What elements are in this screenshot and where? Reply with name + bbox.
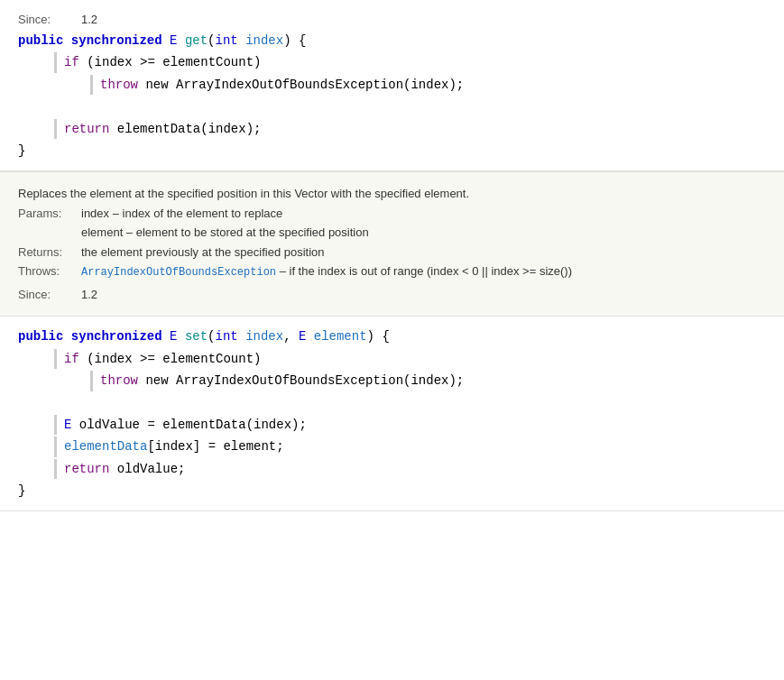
- indent-bar-b4: [54, 436, 57, 456]
- code-line-close-2: }: [0, 480, 784, 501]
- top-code-section: Since: 1.2 public synchronized E get(int…: [0, 0, 784, 171]
- indent-bar-1: [54, 52, 57, 72]
- set-close: ) {: [367, 326, 390, 346]
- kw-int-1: int: [216, 31, 238, 51]
- returns-label: Returns:: [18, 244, 81, 262]
- indent-bar-3: [54, 119, 57, 139]
- if-body-1: (index >= elementCount): [79, 52, 262, 72]
- param1-value: index – index of the element to replace: [81, 205, 766, 223]
- kw-if-1: if: [64, 52, 79, 72]
- space-1: [63, 31, 70, 51]
- throws-exception: ArrayIndexOutOfBoundsException: [81, 266, 276, 279]
- return-body-1: elementData(index);: [109, 119, 261, 139]
- code-line-if-2: if (index >= elementCount): [0, 348, 784, 370]
- since-line-doc: Since: 1.2: [18, 284, 766, 305]
- param-index-1: index: [245, 31, 283, 51]
- code-line-throw-2: throw new ArrayIndexOutOfBoundsException…: [0, 370, 784, 391]
- type-E-1: E: [170, 31, 177, 51]
- type-E-3: E: [299, 326, 306, 346]
- space-4: [238, 31, 245, 51]
- code-line-oldval: E oldValue = elementData(index);: [0, 414, 784, 436]
- return-body-2: oldValue;: [109, 459, 185, 479]
- doc-param2-row: element – element to be stored at the sp…: [18, 224, 766, 242]
- since-label-doc: Since:: [18, 288, 81, 301]
- blank-line-2: [0, 392, 784, 414]
- page-container: Since: 1.2 public synchronized E get(int…: [0, 0, 784, 511]
- doc-params-row: Params: index – index of the element to …: [18, 205, 766, 223]
- kw-public-1: public: [18, 31, 63, 51]
- doc-throws-row: Throws: ArrayIndexOutOfBoundsException –…: [18, 262, 766, 280]
- code-line-throw-1: throw new ArrayIndexOutOfBoundsException…: [0, 74, 784, 96]
- elementdata-body: [index] = element;: [147, 436, 283, 456]
- indent-bar-b1: [54, 349, 57, 369]
- space-b3: [177, 326, 184, 346]
- throw-body-1: new ArrayIndexOutOfBoundsException(index…: [138, 75, 464, 95]
- throws-content: ArrayIndexOutOfBoundsException – if the …: [81, 262, 766, 280]
- space-b2: [162, 326, 170, 346]
- kw-throw-2: throw: [100, 371, 138, 391]
- space-3: [177, 31, 184, 51]
- space-b5: [306, 326, 313, 346]
- code-line-close-1: }: [0, 140, 784, 161]
- doc-description: Replaces the element at the specified po…: [18, 185, 766, 203]
- brace-close-2: }: [18, 481, 25, 501]
- code-line-get-signature: public synchronized E get(int index) {: [0, 30, 784, 51]
- kw-throw-1: throw: [100, 75, 138, 95]
- blank-line-1: [0, 96, 784, 117]
- kw-public-2: public: [18, 326, 63, 346]
- kw-return-2: return: [64, 459, 109, 479]
- code-line-elementdata: elementData[index] = element;: [0, 436, 784, 457]
- since-line-top: Since: 1.2: [0, 9, 784, 30]
- kw-synchronized-1: synchronized: [71, 31, 162, 51]
- type-E-2: E: [170, 326, 177, 346]
- param2-value: element – element to be stored at the sp…: [81, 224, 369, 242]
- code-line-return-1: return elementData(index);: [0, 118, 784, 140]
- since-label-top: Since:: [18, 13, 81, 26]
- oldval-body: oldValue = elementData(index);: [71, 415, 306, 435]
- space-2: [162, 31, 170, 51]
- sig-close-1: ) {: [283, 31, 306, 51]
- since-value-doc: 1.2: [81, 288, 97, 301]
- indent-bar-b2: [90, 371, 93, 391]
- set-params: (: [208, 326, 215, 346]
- bottom-code-section: public synchronized E set(int index, E e…: [0, 317, 784, 511]
- space-b4: [238, 326, 245, 346]
- indent-bar-2: [90, 75, 93, 95]
- elementdata-name: elementData: [64, 436, 147, 456]
- type-E-4: E: [64, 415, 71, 435]
- kw-return-1: return: [64, 119, 109, 139]
- indent-bar-b5: [54, 459, 57, 479]
- method-get: get: [185, 31, 208, 51]
- paren-1: (: [208, 31, 215, 51]
- param-element: element: [314, 326, 367, 346]
- kw-int-2: int: [216, 326, 238, 346]
- comma-1: ,: [283, 326, 299, 346]
- doc-section: Replaces the element at the specified po…: [0, 171, 784, 317]
- throws-rest: – if the index is out of range (index < …: [276, 264, 572, 278]
- kw-if-2: if: [64, 349, 79, 369]
- param-index-2: index: [245, 326, 283, 346]
- if-body-2: (index >= elementCount): [79, 349, 262, 369]
- code-line-if-1: if (index >= elementCount): [0, 51, 784, 73]
- doc-returns-row: Returns: the element previously at the s…: [18, 244, 766, 262]
- throw-body-2: new ArrayIndexOutOfBoundsException(index…: [138, 371, 464, 391]
- code-line-return-2: return oldValue;: [0, 458, 784, 480]
- returns-value: the element previously at the specified …: [81, 244, 766, 262]
- code-line-set-signature: public synchronized E set(int index, E e…: [0, 326, 784, 347]
- params-label: Params:: [18, 205, 81, 223]
- indent-bar-b3: [54, 415, 57, 435]
- since-value-top: 1.2: [81, 13, 97, 26]
- brace-close-1: }: [18, 141, 25, 161]
- space-b1: [63, 326, 70, 346]
- throws-label: Throws:: [18, 262, 81, 280]
- kw-synchronized-2: synchronized: [71, 326, 162, 346]
- method-set: set: [185, 326, 208, 346]
